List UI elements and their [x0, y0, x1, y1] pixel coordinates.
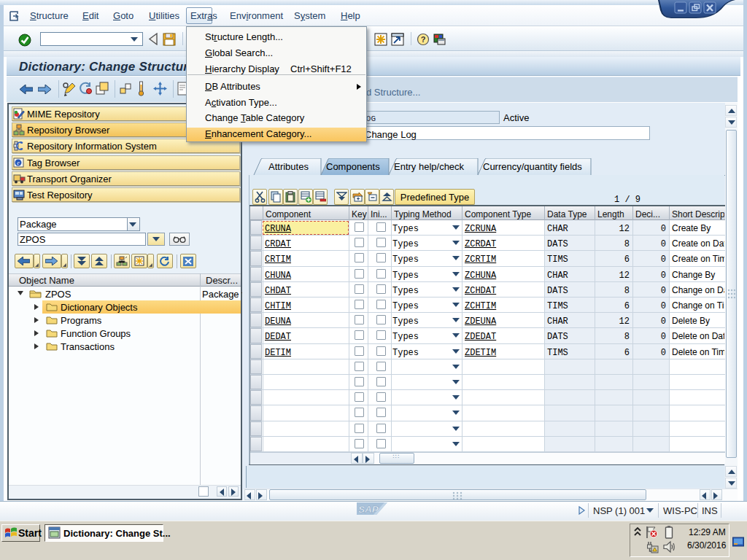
svg-text:?: ? [421, 35, 426, 44]
svg-text:SAP: SAP [358, 504, 379, 515]
svg-text:e: e [17, 160, 20, 166]
